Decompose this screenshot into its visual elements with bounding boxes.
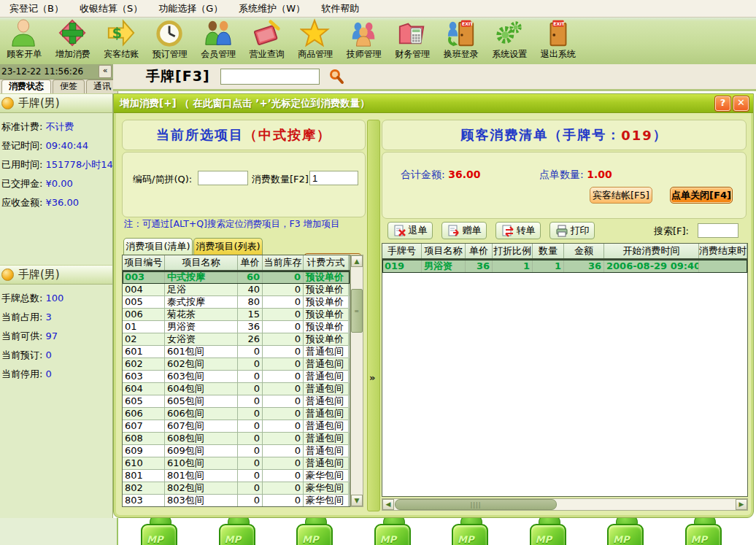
toolbar-shift-login-button[interactable]: EXIT换班登录	[437, 18, 486, 63]
qty-input[interactable]	[309, 171, 358, 185]
consume-header-1: 项目名称	[422, 244, 466, 258]
table-cell: 608	[123, 433, 165, 445]
close-icon[interactable]: ✕	[733, 96, 749, 111]
code-input[interactable]	[198, 171, 248, 185]
table-cell: 608包间	[165, 433, 238, 445]
pane-splitter[interactable]: »	[367, 120, 380, 511]
gift-button[interactable]: 赠单	[441, 222, 487, 239]
table-cell: 80	[238, 296, 263, 309]
table-cell: 36	[564, 260, 604, 273]
table-cell: 0	[238, 358, 263, 371]
desktop-mp-icon[interactable]: MP	[607, 519, 645, 545]
refund-button[interactable]: 退单	[387, 222, 433, 239]
stat-label: 当前可供:	[1, 331, 42, 341]
stat-label: 当前预订:	[1, 349, 42, 360]
table-row[interactable]: 608608包间00普通包间	[123, 433, 350, 445]
dialog-title-bar[interactable]: 增加消费[+] （ 在此窗口点击 ’+’光标定位到消费数量） ? ✕	[114, 94, 753, 113]
table-row[interactable]: 606606包间00普通包间	[123, 408, 350, 420]
table-row[interactable]: 610610包间00普通包间	[123, 457, 350, 470]
table-cell: 019	[382, 260, 422, 273]
mp-logo-text: MP	[380, 534, 396, 545]
table-row[interactable]: 005泰式按摩800预设单价	[123, 296, 350, 309]
table-row[interactable]: 801801包间00豪华包间	[123, 470, 350, 482]
table-row[interactable]: 605605包间00普通包间	[123, 395, 350, 408]
table-row[interactable]: 004足浴400预设单价	[123, 284, 350, 296]
desktop-mp-icon[interactable]: MP	[685, 519, 723, 545]
table-cell: 003	[123, 271, 165, 284]
scroll-up-icon[interactable]: ▲	[351, 255, 363, 267]
desktop-mp-icon[interactable]: MP	[219, 519, 257, 545]
order-count-value: 1.00	[587, 169, 612, 180]
scroll-down-icon[interactable]: ▼	[351, 495, 363, 506]
menu-item-0[interactable]: 宾登记（B）	[1, 1, 72, 17]
table-cell: 802	[123, 482, 165, 495]
toolbar-add-consume-button[interactable]: 增加消费	[49, 18, 98, 63]
collapse-sidebar-button[interactable]: «	[99, 65, 112, 78]
menu-item-1[interactable]: 收银结算（S）	[72, 1, 150, 17]
mp-icon-body: MP	[685, 524, 722, 545]
table-row[interactable]: 603603包间00普通包间	[123, 371, 350, 383]
desktop-mp-icon[interactable]: MP	[296, 519, 334, 545]
desktop-mp-icon[interactable]: MP	[374, 519, 412, 545]
print-button[interactable]: 打印	[549, 222, 595, 239]
desktop-left-strip	[0, 518, 118, 545]
table-row[interactable]: 602602包间00普通包间	[123, 358, 350, 371]
desktop-mp-icon[interactable]: MP	[141, 519, 179, 545]
toolbar-business-query-button[interactable]: 营业查询	[243, 18, 292, 63]
table-row[interactable]: 607607包间00普通包间	[123, 420, 350, 433]
table-row[interactable]: 802802包间00豪华包间	[123, 482, 350, 495]
order-close-button[interactable]: 点单关闭[F4]	[670, 187, 733, 204]
toolbar-reservation-button[interactable]: 预订管理	[146, 18, 195, 63]
help-icon[interactable]: ?	[715, 96, 730, 111]
toolbar-checkout-button[interactable]: $宾客结账	[97, 18, 146, 63]
toolbar-exit-button[interactable]: EXIT退出系统	[534, 18, 583, 63]
status-tab-0[interactable]: 消费状态	[1, 80, 51, 93]
table-row[interactable]: 601601包间00普通包间	[123, 346, 350, 358]
toolbar-technician-button[interactable]: 技师管理	[340, 18, 389, 63]
table-row[interactable]: 01男浴资360预设单价	[123, 321, 350, 333]
consume-table-hscrollbar[interactable]: ◀ |||| ▶	[382, 498, 748, 511]
mp-icon-body: MP	[296, 524, 333, 545]
table-cell: 预设单价	[304, 333, 349, 346]
table-row[interactable]: 02女浴资260预设单价	[123, 333, 350, 346]
table-cell: 0	[238, 470, 263, 482]
desktop-mp-icon[interactable]: MP	[530, 519, 568, 545]
selected-item-name: （中式按摩）	[244, 126, 331, 144]
item-tab-1[interactable]: 消费项目(列表)	[193, 238, 263, 255]
menu-item-2[interactable]: 功能选择（G）	[150, 1, 231, 17]
toolbar-finance-button[interactable]: 财务管理	[388, 18, 437, 63]
hscroll-thumb[interactable]: ||||	[395, 499, 557, 510]
handcard-number: 019	[621, 128, 653, 143]
search-magnifier-icon[interactable]	[328, 69, 344, 85]
table-cell: 2006-08-29 09:40:44	[604, 260, 699, 273]
order-search-input[interactable]	[698, 223, 738, 238]
table-row[interactable]: 003中式按摩600预设单价	[123, 271, 350, 284]
toolbar-member-button[interactable]: 会员管理	[194, 18, 243, 63]
table-row[interactable]: 803803包间00豪华包间	[123, 495, 350, 507]
table-row[interactable]: 006菊花茶150预设单价	[123, 309, 350, 321]
toolbar-goods-button[interactable]: 商品管理	[291, 18, 340, 63]
table-row[interactable]: 604604包间00普通包间	[123, 383, 350, 395]
item-tab-0[interactable]: 消费项目(清单)	[123, 238, 193, 255]
transfer-icon	[501, 224, 514, 237]
toolbar-customer-open-button[interactable]: 顾客开单	[0, 18, 49, 63]
print-icon	[555, 224, 568, 237]
desktop-mp-icon[interactable]: MP	[452, 519, 490, 545]
menu-item-3[interactable]: 系统维护（W）	[231, 1, 313, 17]
guest-checkout-button[interactable]: 宾客结帐[F5]	[590, 187, 652, 204]
transfer-button[interactable]: 转单	[495, 222, 541, 239]
table-row[interactable]: 609609包间00普通包间	[123, 445, 350, 457]
menu-item-4[interactable]: 软件帮助	[313, 1, 367, 17]
items-table-vscrollbar[interactable]: ▲ ≡ ▼	[350, 255, 363, 507]
handcard-search-input[interactable]	[220, 69, 320, 85]
toolbar-settings-button[interactable]: 系统设置	[485, 18, 534, 63]
scroll-right-icon[interactable]: ▶	[736, 499, 747, 510]
status-tab-1[interactable]: 便签	[53, 80, 85, 93]
scroll-left-icon[interactable]: ◀	[382, 499, 394, 510]
table-row[interactable]: 019男浴资3611362006-08-29 09:40:44	[382, 260, 747, 273]
panel-header[interactable]: 手牌(男)	[0, 93, 112, 113]
vscroll-thumb[interactable]: ≡	[351, 289, 363, 333]
panel-header[interactable]: 手牌(男)	[0, 265, 112, 285]
toolbar-label: 商品管理	[298, 49, 333, 60]
table-cell: 609	[123, 445, 165, 457]
